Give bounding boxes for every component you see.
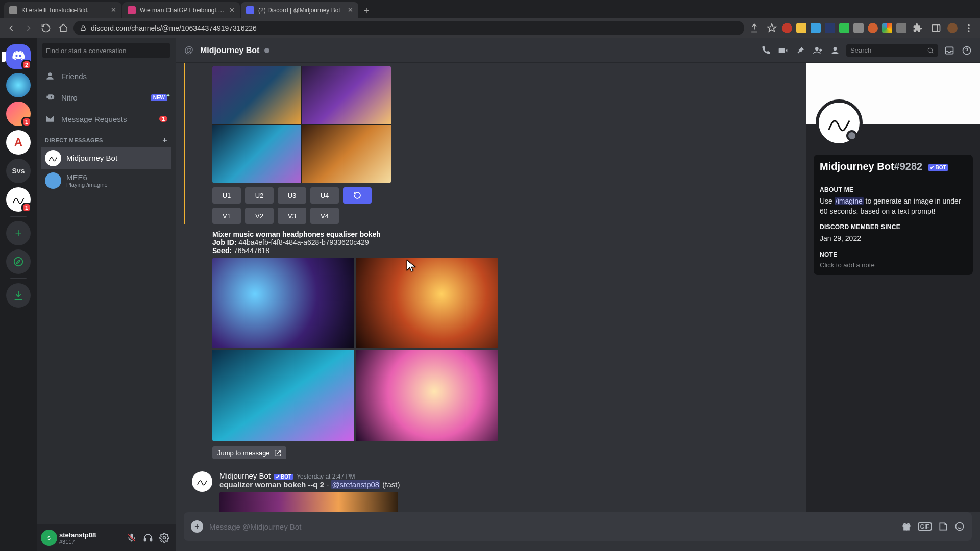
close-icon[interactable]: ✕ [229,6,235,14]
self-avatar[interactable]: s [41,530,57,546]
image-thumbnail[interactable] [212,258,354,348]
video-call-button[interactable] [777,44,789,57]
browser-tab[interactable]: Wie man ChatGPT beibringt, be ✕ [122,2,240,18]
image-thumbnail[interactable] [212,125,301,183]
server-item[interactable] [6,73,31,97]
explore-servers-button[interactable] [6,249,31,274]
avatar [45,172,61,189]
image-thumbnail[interactable] [212,66,301,124]
message-list[interactable]: U1 U2 U3 U4 V1 V2 V3 V4 [176,63,806,512]
search-placeholder: Find or start a conversation [46,47,127,55]
help-button[interactable] [961,44,973,57]
server-item[interactable]: 1 [6,102,31,126]
attach-button[interactable]: + [191,520,203,533]
extension-icon[interactable] [825,23,835,33]
svg-rect-6 [144,538,146,541]
profile-username: Midjourney Bot [820,161,894,172]
u4-button[interactable]: U4 [310,187,339,204]
gif-button[interactable]: GIF [918,522,932,531]
image-grid-large[interactable] [212,258,498,441]
u1-button[interactable]: U1 [212,187,241,204]
add-friends-button[interactable] [812,44,824,57]
jump-to-message-button[interactable]: Jump to message [212,446,286,459]
v4-button[interactable]: V4 [310,208,339,224]
add-server-button[interactable]: + [6,221,31,245]
home-button[interactable]: 2 [6,44,31,69]
user-mention[interactable]: @stefanstp08 [331,480,380,489]
extension-icon[interactable] [896,23,906,33]
browser-tab-active[interactable]: (2) Discord | @Midjourney Bot ✕ [241,2,358,18]
profile-avatar-icon[interactable] [947,23,958,33]
profile-avatar[interactable] [816,99,863,146]
sticker-button[interactable] [938,521,948,532]
u2-button[interactable]: U2 [245,187,274,204]
image-thumbnail[interactable] [356,350,498,441]
close-icon[interactable]: ✕ [348,6,353,14]
create-dm-button[interactable]: + [162,136,167,145]
server-item[interactable]: A [6,130,31,155]
tab-title: (2) Discord | @Midjourney Bot [258,7,344,14]
about-text: Use /imagine to generate an image in und… [820,196,967,216]
self-meta[interactable]: stefanstp08 #3117 [59,531,122,545]
extension-icon[interactable] [782,23,792,33]
pinned-messages-button[interactable] [794,44,806,57]
message-avatar[interactable] [192,471,212,492]
v2-button[interactable]: V2 [245,208,274,224]
sidepanel-icon[interactable] [929,21,943,35]
message-input[interactable]: Message @Midjourney Bot [209,522,895,531]
extension-icon[interactable] [796,23,806,33]
variation-row: V1 V2 V3 V4 [212,208,798,224]
image-thumbnail[interactable] [212,350,354,441]
download-apps-button[interactable] [6,283,31,308]
share-icon[interactable] [747,21,762,35]
extension-icon[interactable] [839,23,849,33]
dm-search-input[interactable]: Find or start a conversation [42,43,170,58]
image-thumbnail[interactable] [302,66,391,124]
unread-badge: 2 [21,60,32,70]
deafen-button[interactable] [141,531,155,545]
reroll-button[interactable] [343,187,372,204]
svg-point-12 [928,48,932,52]
message-timestamp: Yesterday at 2:47 PM [297,473,355,480]
nitro-link[interactable]: Nitro NEW✦ [41,87,172,108]
v1-button[interactable]: V1 [212,208,241,224]
extension-icon[interactable] [882,23,892,33]
voice-call-button[interactable] [760,44,772,57]
message-composer: + Message @Midjourney Bot GIF [184,512,972,541]
inbox-button[interactable] [943,44,955,57]
v3-button[interactable]: V3 [278,208,306,224]
image-attachment-partial[interactable] [219,492,398,512]
nav-home-button[interactable] [56,21,70,35]
server-item[interactable]: 1 [6,187,31,212]
browser-tab[interactable]: KI erstellt Tonstudio-Bild. ✕ [4,2,121,18]
mute-mic-button[interactable] [125,531,139,545]
friends-link[interactable]: Friends [41,65,172,87]
channel-search[interactable]: Search [846,44,938,57]
browser-menu-icon[interactable] [962,21,976,35]
server-item[interactable]: Svs [6,159,31,183]
extension-icon[interactable] [868,23,878,33]
dm-item-mee6[interactable]: MEE6 Playing /imagine [41,169,172,192]
user-settings-button[interactable] [157,531,172,545]
address-bar[interactable]: discord.com/channels/@me/106344374919731… [74,21,744,35]
image-thumbnail[interactable] [356,258,498,348]
extension-icon[interactable] [811,23,821,33]
bookmark-icon[interactable] [765,21,779,35]
show-profile-button[interactable] [829,44,841,57]
image-thumbnail[interactable] [302,125,391,183]
note-input[interactable]: Click to add a note [820,261,967,269]
nav-back-button[interactable] [4,21,18,35]
image-grid[interactable] [212,66,391,183]
extensions-puzzle-icon[interactable] [911,21,925,35]
emoji-button[interactable] [954,521,965,532]
nav-reload-button[interactable] [39,21,53,35]
dm-item-midjourney[interactable]: Midjourney Bot [41,147,172,169]
close-icon[interactable]: ✕ [111,6,116,14]
extension-icon[interactable] [853,23,864,33]
new-tab-button[interactable]: + [359,4,374,18]
gift-button[interactable] [901,521,912,532]
message-author[interactable]: Midjourney Bot [219,471,271,480]
message-requests-link[interactable]: Message Requests 1 [41,108,172,130]
nav-forward-button[interactable] [21,21,36,35]
u3-button[interactable]: U3 [278,187,306,204]
